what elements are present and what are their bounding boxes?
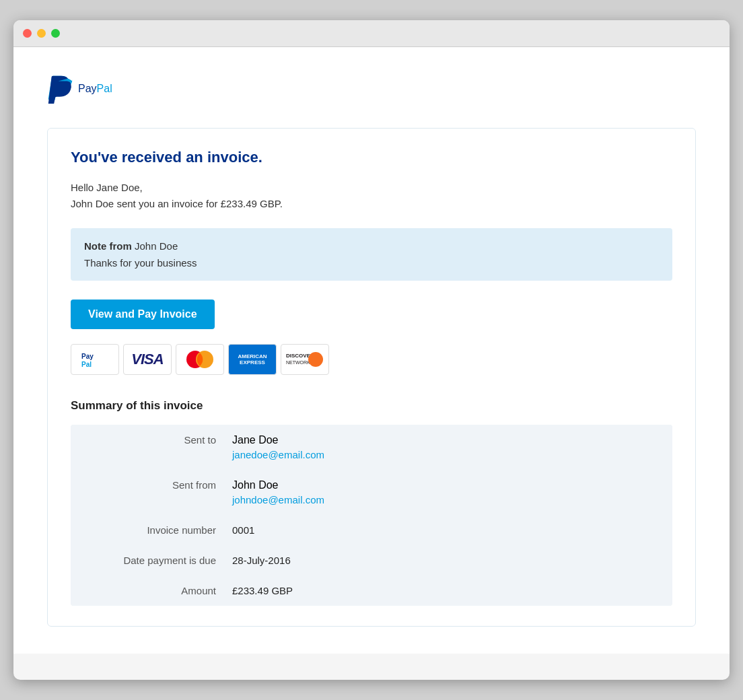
due-date-row: Date payment is due 28-July-2016: [71, 545, 672, 575]
mastercard-icon: [176, 344, 224, 375]
maximize-button[interactable]: [51, 29, 60, 38]
amount-value: £233.49 GBP: [232, 585, 293, 596]
svg-point-6: [308, 352, 323, 367]
svg-text:Pay: Pay: [81, 353, 94, 360]
invoice-card: You've received an invoice. Hello Jane D…: [47, 128, 696, 627]
browser-window: PayPal You've received an invoice. Hello…: [13, 20, 730, 680]
note-box: Note from John Doe Thanks for your busin…: [71, 228, 672, 281]
invoice-number-row: Invoice number 0001: [71, 515, 672, 545]
invoice-number-label: Invoice number: [84, 524, 232, 536]
visa-card-icon: VISA: [123, 344, 172, 375]
summary-table: Sent to Jane Doe janedoe@email.com Sent …: [71, 425, 672, 606]
sent-from-value: John Doe johndoe@email.com: [232, 479, 324, 505]
amex-card-icon: AMERICANEXPRESS: [228, 344, 277, 375]
sent-to-row: Sent to Jane Doe janedoe@email.com: [71, 425, 672, 470]
email-content: PayPal You've received an invoice. Hello…: [13, 47, 730, 654]
due-date-label: Date payment is due: [84, 555, 232, 566]
amount-row: Amount £233.49 GBP: [71, 575, 672, 606]
discover-card-icon: DISCOVER NETWORK: [281, 344, 329, 375]
greeting-text: Hello Jane Doe, John Doe sent you an inv…: [71, 180, 672, 212]
paypal-card-icon: Pay Pal: [71, 344, 119, 375]
due-date-value: 28-July-2016: [232, 555, 291, 566]
sent-from-email[interactable]: johndoe@email.com: [232, 494, 324, 505]
titlebar: [13, 20, 730, 47]
amount-label: Amount: [84, 585, 232, 596]
paypal-wordmark: PayPal: [78, 83, 112, 95]
visa-text: VISA: [131, 351, 163, 368]
sent-to-name: Jane Doe: [232, 434, 324, 446]
svg-text:NETWORK: NETWORK: [286, 360, 310, 365]
greeting-line: Hello Jane Doe,: [71, 180, 672, 196]
invoice-number-value: 0001: [232, 524, 254, 536]
note-label-bold: Note from: [84, 240, 132, 252]
sent-to-value: Jane Doe janedoe@email.com: [232, 434, 324, 460]
note-text: Thanks for your business: [84, 257, 659, 269]
summary-title: Summary of this invoice: [71, 399, 672, 413]
note-label-name: John Doe: [132, 240, 178, 252]
sent-from-label: Sent from: [84, 479, 232, 505]
paypal-p-icon: [47, 74, 73, 104]
sent-to-email[interactable]: janedoe@email.com: [232, 449, 324, 460]
sent-from-name: John Doe: [232, 479, 324, 491]
invoice-message: John Doe sent you an invoice for £233.49…: [71, 196, 672, 212]
svg-text:Pal: Pal: [81, 361, 92, 368]
minimize-button[interactable]: [37, 29, 46, 38]
view-pay-invoice-button[interactable]: View and Pay Invoice: [71, 300, 215, 329]
sent-to-label: Sent to: [84, 434, 232, 460]
paypal-logo: PayPal: [47, 74, 696, 104]
invoice-title: You've received an invoice.: [71, 149, 672, 166]
close-button[interactable]: [23, 29, 32, 38]
note-label: Note from John Doe: [84, 240, 659, 252]
amex-text: AMERICANEXPRESS: [238, 353, 267, 365]
sent-from-row: Sent from John Doe johndoe@email.com: [71, 470, 672, 515]
payment-icons-row: Pay Pal VISA AM: [71, 344, 672, 375]
